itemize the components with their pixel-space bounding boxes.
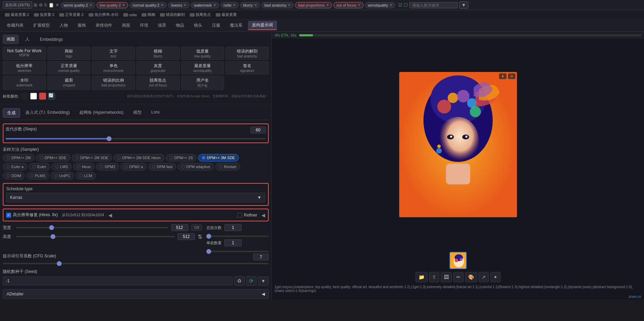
gen-tab-hypernetworks[interactable]: 超网络 (Hypernetworks) [75, 108, 127, 118]
nav-tab-painting[interactable]: 画面 [118, 21, 134, 30]
gen-tab-lora[interactable]: Lora [147, 108, 164, 118]
share-btn[interactable]: ⇧ [429, 272, 439, 282]
extras-btn[interactable]: 🎨 [465, 272, 477, 282]
clear-icon[interactable]: ✕ [55, 2, 59, 8]
sampler-restart[interactable]: Restart [215, 163, 240, 171]
steps-slider[interactable] [6, 138, 266, 139]
nav-tab-scene[interactable]: 场景 [154, 21, 170, 30]
tag-chip-blurry[interactable]: blurry ✕ [240, 2, 260, 8]
tag-close-worstquality[interactable]: ✕ [390, 3, 392, 7]
swap-icon[interactable]: ⇅ [198, 233, 202, 240]
toggle-on-icon[interactable]: ☑ [398, 2, 402, 8]
sampler-dpm2msde[interactable]: DPM++ 2M SDE [72, 154, 112, 162]
toggle-off-icon[interactable]: ☐ [404, 2, 408, 8]
kw-bad-proportions[interactable]: 错误的比例 bad proportions [92, 76, 135, 90]
refiner-checkbox[interactable] [237, 213, 242, 218]
nav-tab-items[interactable]: 物品 [172, 21, 188, 30]
sampler-dpm2s[interactable]: DPM++ 2S [166, 154, 197, 162]
nav-tab-hanfu[interactable]: 汉服 [208, 21, 224, 30]
steps-value[interactable]: 60 [250, 127, 266, 134]
kw-monochrome[interactable]: 单色 monochrome [92, 61, 135, 74]
tag-chip-watermark[interactable]: watermark ✕ [191, 2, 219, 8]
kw-worstquality[interactable]: 最差质量 worstquality [181, 61, 224, 74]
hires-checkbox[interactable] [6, 213, 11, 218]
tag-chip-nsfw[interactable]: nsfw ✕ [221, 2, 239, 8]
schedule-select[interactable]: Karras ▼ [6, 193, 265, 202]
settings-icon[interactable]: ⚙ [39, 2, 43, 8]
subtag-normal-quality[interactable]: 正常质量:2 [57, 11, 86, 18]
view-icon[interactable]: ⊞ [34, 2, 37, 8]
hires-checkbox-label[interactable]: 高分辨率修复 (Hires. fix) [6, 212, 58, 218]
sampler-lcm[interactable]: LCM [75, 172, 96, 180]
tag-close-bad-anatomy[interactable]: ✕ [288, 3, 290, 7]
kw-text[interactable]: 文字 text [92, 47, 135, 60]
sampler-lms[interactable]: LMS [52, 163, 72, 171]
kw-nsfw[interactable]: Not Safe For Work NSFW [3, 47, 46, 60]
sampler-heun[interactable]: Heun [73, 163, 95, 171]
tag-chip-lowres[interactable]: lowres ✕ [168, 2, 189, 8]
refiner-checkbox-label[interactable]: Refiner [237, 213, 257, 218]
img-close-btn[interactable]: ✕ [508, 73, 516, 79]
subtag-low-quality[interactable]: 低质量:2 [32, 11, 56, 18]
kw-cropped[interactable]: 裁剪 cropped [47, 76, 91, 90]
nav-tab-environment[interactable]: 环境 [136, 21, 152, 30]
subtag-bad-anatomy[interactable]: 错误的解剖 [158, 11, 187, 18]
sampler-plms[interactable]: PLMS [26, 172, 49, 180]
sampler-ddim[interactable]: DDIM [3, 172, 25, 180]
nav-tab-extend[interactable]: 扩展模型 [29, 21, 54, 30]
kw-logo[interactable]: 商标 logo [47, 47, 91, 60]
adetailer-section[interactable]: ADetailer ◀ [3, 289, 269, 299]
sampler-dpmadaptive[interactable]: DPM adaptive [178, 163, 214, 171]
batch-count-slider[interactable] [206, 251, 269, 252]
keyword-search-input[interactable] [409, 2, 458, 8]
sampler-dpmfast[interactable]: DPM fast [148, 163, 176, 171]
width-value[interactable]: 512 [171, 224, 188, 231]
tag-chip-low-quality[interactable]: low quality:2 ✕ [97, 2, 128, 8]
nav-tab-costume[interactable]: 服饰 [73, 21, 90, 30]
kw-tab-person[interactable]: 人 [21, 35, 33, 44]
sampler-dpm3msde[interactable]: DPM++ 3M SDE [198, 154, 239, 162]
kw-blurry[interactable]: 模糊 blurry [136, 47, 180, 60]
gen-tab-embedding[interactable]: 嵌入式 (T.I. Embedding) [21, 108, 74, 118]
open-folder-btn[interactable]: 📁 [415, 272, 428, 282]
copy-icon[interactable]: ⎘ [44, 2, 47, 8]
thumbnail-1[interactable] [449, 252, 467, 269]
seed-input[interactable] [3, 276, 233, 285]
sampler-dpm2m[interactable]: DPM++ 2M [3, 154, 35, 162]
width-slider[interactable] [16, 227, 168, 228]
tag-close-worst-quality[interactable]: ✕ [89, 3, 92, 7]
sampler-euler[interactable]: Euler [29, 163, 50, 171]
kw-watermark[interactable]: 水印 watermark [3, 76, 46, 90]
tag-close-lowres[interactable]: ✕ [184, 3, 186, 7]
tag-chip-bad-anatomy[interactable]: bad anatomy ✕ [261, 2, 294, 8]
tag-chip-worstquality[interactable]: worstquality ✕ [365, 2, 395, 8]
kw-sketches[interactable]: 低分辨率 sketches [3, 61, 46, 74]
tag-chip-out-of-focus[interactable]: out of focus ✕ [333, 2, 364, 8]
kw-tab-painting[interactable]: 画面 [3, 35, 19, 44]
tag-close-bad-proportions[interactable]: ✕ [326, 3, 329, 7]
tag-close-watermark[interactable]: ✕ [213, 3, 216, 7]
sampler-dpmsde[interactable]: DPM++ SDE [36, 154, 70, 162]
paste-icon[interactable]: 📋 [48, 2, 54, 8]
tag-close-normal-quality[interactable]: ✕ [161, 3, 163, 7]
footer-link[interactable]: znwx.cn [272, 294, 644, 299]
subtag-blurry[interactable]: 模糊 [140, 11, 157, 18]
nav-tab-expression[interactable]: 表情动作 [91, 21, 116, 30]
batch-total-slider[interactable] [206, 236, 269, 237]
tag-chip-worst-quality[interactable]: worst quality:2 ✕ [61, 2, 95, 8]
kw-out-of-focus[interactable]: 脱离焦点 out of focus [136, 76, 180, 90]
img-download-btn[interactable]: ⬇ [499, 73, 507, 79]
tag-chip-bad-proportions[interactable]: bad proportions ✕ [295, 2, 332, 8]
tag-chip-normal-quality[interactable]: normal quality:2 ✕ [129, 2, 167, 8]
color-swatch-dark[interactable] [21, 93, 28, 100]
batch-count-value[interactable]: 1 [224, 239, 242, 246]
kw-tab-embeddings[interactable]: Embeddings [36, 35, 67, 44]
batch-total-value[interactable]: 1 [224, 224, 242, 231]
nav-tab-magic[interactable]: 魔法系 [226, 21, 247, 30]
nav-tab-collection[interactable]: 收藏列表 [3, 21, 28, 30]
tag-close-out-of-focus[interactable]: ✕ [358, 3, 360, 7]
kw-signature[interactable]: 签名 signature [225, 61, 269, 74]
nav-tab-person[interactable]: 人物 [55, 21, 72, 30]
cfg-value[interactable]: 7 [253, 254, 269, 260]
kw-normal-quality[interactable]: 正常质量 normal quality [47, 61, 91, 74]
